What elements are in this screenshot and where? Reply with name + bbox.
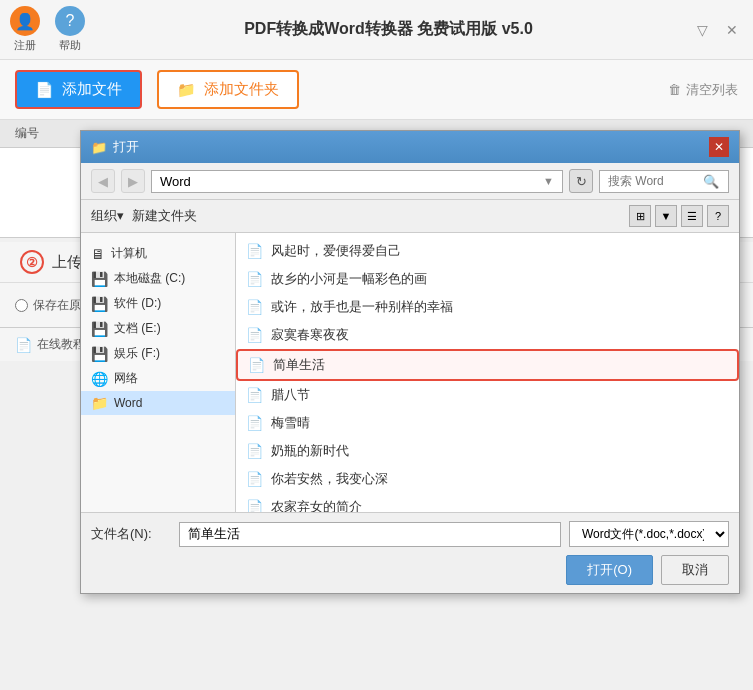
filetype-select[interactable]: Word文件(*.doc,*.docx) [569,521,729,547]
view-grid-button[interactable]: ⊞ [629,205,651,227]
add-folder-label: 添加文件夹 [204,80,279,99]
sidebar-item-label: 软件 (D:) [114,295,161,312]
forward-button[interactable]: ▶ [121,169,145,193]
titlebar-left: 👤 注册 ? 帮助 [10,6,85,53]
view-list-button[interactable]: ☰ [681,205,703,227]
help-dialog-icon[interactable]: ? [707,205,729,227]
sidebar-item[interactable]: 💾文档 (E:) [81,316,235,341]
search-box[interactable]: 🔍 [599,170,729,193]
open-button[interactable]: 打开(O) [566,555,653,585]
open-label: 打开(O) [587,562,632,577]
organize-label: 组织▾ [91,207,124,225]
add-file-label: 添加文件 [62,80,122,99]
clear-button[interactable]: 🗑 清空列表 [668,81,738,99]
sidebar-item-label: 本地磁盘 (C:) [114,270,185,287]
dialog-nav: ◀ ▶ Word ▼ ↻ 🔍 [81,163,739,200]
file-name: 故乡的小河是一幅彩色的画 [271,270,427,288]
file-icon: 📄 [246,415,263,431]
path-dropdown-icon: ▼ [543,175,554,187]
file-item[interactable]: 📄简单生活 [236,349,739,381]
file-icon: 📄 [246,243,263,259]
sidebar-item-icon: 🌐 [91,371,108,387]
view-dropdown-button[interactable]: ▼ [655,205,677,227]
footer-item[interactable]: 📄在线教程 [15,336,85,353]
sidebar-item-label: Word [114,396,142,410]
file-name: 或许，放手也是一种别样的幸福 [271,298,453,316]
dialog-sidebar: 🖥计算机💾本地磁盘 (C:)💾软件 (D:)💾文档 (E:)💾娱乐 (F:)🌐网… [81,233,236,512]
new-folder-label: 新建文件夹 [132,208,197,223]
help-icon: ? [55,6,85,36]
minimize-icon[interactable]: ▽ [692,20,713,40]
file-name: 寂寞春寒夜夜 [271,326,349,344]
file-icon: 📄 [246,299,263,315]
search-input[interactable] [608,174,698,188]
file-icon: 📄 [246,499,263,512]
folder-icon: 📁 [91,140,107,155]
open-dialog: 📁 打开 ✕ ◀ ▶ Word ▼ ↻ 🔍 组织▾ 新建文件夹 ⊞ ▼ [80,130,740,594]
titlebar: 👤 注册 ? 帮助 PDF转换成Word转换器 免费试用版 v5.0 ▽ ✕ [0,0,753,60]
sidebar-item[interactable]: 💾娱乐 (F:) [81,341,235,366]
refresh-button[interactable]: ↻ [569,169,593,193]
dialog-title: 打开 [113,138,139,156]
add-folder-icon: 📁 [177,81,196,99]
clear-label: 清空列表 [686,81,738,99]
sidebar-item[interactable]: 📁Word [81,391,235,415]
main-toolbar: 📄 添加文件 📁 添加文件夹 🗑 清空列表 [0,60,753,120]
file-name: 农家弃女的简介 [271,498,362,512]
file-item[interactable]: 📄奶瓶的新时代 [236,437,739,465]
titlebar-controls: ▽ ✕ [692,20,743,40]
add-file-button[interactable]: 📄 添加文件 [15,70,142,109]
file-icon: 📄 [246,443,263,459]
file-item[interactable]: 📄腊八节 [236,381,739,409]
file-name: 奶瓶的新时代 [271,442,349,460]
new-folder-button[interactable]: 新建文件夹 [132,207,197,225]
sidebar-item[interactable]: 🌐网络 [81,366,235,391]
organize-button[interactable]: 组织▾ [91,207,124,225]
file-item[interactable]: 📄农家弃女的简介 [236,493,739,512]
file-icon: 📄 [246,327,263,343]
filename-input[interactable] [179,522,561,547]
dialog-toolbar: 组织▾ 新建文件夹 ⊞ ▼ ☰ ? [81,200,739,233]
col-number: 编号 [15,125,39,142]
register-label: 注册 [14,38,36,53]
register-icon: 👤 [10,6,40,36]
file-icon: 📄 [248,357,265,373]
sidebar-item-label: 计算机 [111,245,147,262]
sidebar-item[interactable]: 💾软件 (D:) [81,291,235,316]
sidebar-item[interactable]: 🖥计算机 [81,241,235,266]
file-icon: 📄 [246,387,263,403]
file-item[interactable]: 📄你若安然，我变心深 [236,465,739,493]
dialog-titlebar: 📁 打开 ✕ [81,131,739,163]
cancel-button[interactable]: 取消 [661,555,729,585]
file-item[interactable]: 📄故乡的小河是一幅彩色的画 [236,265,739,293]
help-group[interactable]: ? 帮助 [55,6,85,53]
sidebar-item[interactable]: 💾本地磁盘 (C:) [81,266,235,291]
sidebar-item-icon: 💾 [91,296,108,312]
footer-label: 在线教程 [37,336,85,353]
file-item[interactable]: 📄风起时，爱便得爱自己 [236,237,739,265]
sidebar-item-icon: 💾 [91,346,108,362]
sidebar-item-label: 文档 (E:) [114,320,161,337]
filename-row: 文件名(N): Word文件(*.doc,*.docx) [91,521,729,547]
dialog-close-button[interactable]: ✕ [709,137,729,157]
file-name: 风起时，爱便得爱自己 [271,242,401,260]
register-group[interactable]: 👤 注册 [10,6,40,53]
sidebar-item-icon: 💾 [91,321,108,337]
file-item[interactable]: 📄梅雪晴 [236,409,739,437]
close-icon[interactable]: ✕ [721,20,743,40]
file-name: 梅雪晴 [271,414,310,432]
file-item[interactable]: 📄或许，放手也是一种别样的幸福 [236,293,739,321]
add-file-icon: 📄 [35,81,54,99]
app-title: PDF转换成Word转换器 免费试用版 v5.0 [85,19,692,40]
save-original-radio[interactable] [15,299,28,312]
file-item[interactable]: 📄寂寞春寒夜夜 [236,321,739,349]
trash-icon: 🗑 [668,82,681,97]
back-button[interactable]: ◀ [91,169,115,193]
path-box[interactable]: Word ▼ [151,170,563,193]
file-name: 简单生活 [273,356,325,374]
add-folder-button[interactable]: 📁 添加文件夹 [157,70,299,109]
dialog-bottom: 文件名(N): Word文件(*.doc,*.docx) 打开(O) 取消 [81,513,739,593]
footer-icon: 📄 [15,337,32,353]
file-icon: 📄 [246,271,263,287]
sidebar-item-label: 娱乐 (F:) [114,345,160,362]
